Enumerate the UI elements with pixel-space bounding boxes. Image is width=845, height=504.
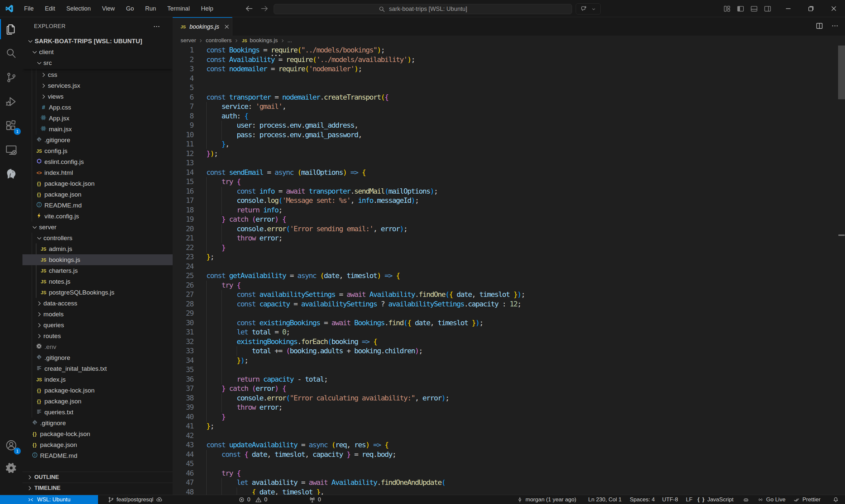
code-line-18[interactable]: 18 return info; xyxy=(173,205,845,215)
status-language[interactable]: { }JavaScript xyxy=(698,495,734,504)
sidebar-section-timeline[interactable]: TIMELINE xyxy=(22,483,173,493)
command-center-search[interactable]: sark-boat-trips [WSL: Ubuntu] xyxy=(274,4,572,14)
restore-button[interactable] xyxy=(799,0,822,17)
tree-item-app.css[interactable]: #App.css xyxy=(22,102,173,113)
tree-item-index.js[interactable]: JSindex.js xyxy=(22,374,173,385)
menu-view[interactable]: View xyxy=(96,0,121,17)
tree-item-client[interactable]: client xyxy=(22,47,173,57)
code-line-43[interactable]: 43const updateAvailability = async (req,… xyxy=(173,440,845,450)
code-line-37[interactable]: 37 } catch (error) { xyxy=(173,384,845,394)
status-problems[interactable]: 00 xyxy=(238,495,267,504)
code-line-42[interactable]: 42 xyxy=(173,431,845,441)
tree-item-services.jsx[interactable]: services.jsx xyxy=(22,80,173,91)
code-line-38[interactable]: 38 console.error("Error calculating avai… xyxy=(173,394,845,403)
code-line-25[interactable]: 25const getAvailability = async (date, t… xyxy=(173,271,845,281)
tree-item-package-lock.json[interactable]: {}package-lock.json xyxy=(22,385,173,396)
close-button[interactable] xyxy=(822,0,845,17)
code-line-29[interactable]: 29 xyxy=(173,309,845,318)
tree-item-data-access[interactable]: data-access xyxy=(22,298,173,309)
activity-bar-postgresql[interactable] xyxy=(0,162,22,186)
status-ports[interactable]: 0 xyxy=(309,495,321,504)
code-line-8[interactable]: 8 auth: { xyxy=(173,111,845,121)
code-line-16[interactable]: 16 const info = await transporter.sendMa… xyxy=(173,187,845,196)
code-line-35[interactable]: 35 xyxy=(173,365,845,375)
tree-item-src[interactable]: src xyxy=(22,57,173,68)
code-line-30[interactable]: 30 const existingBookings = await Bookin… xyxy=(173,318,845,328)
code-line-44[interactable]: 44 const { date, timeslot, capacity } = … xyxy=(173,450,845,460)
code-line-24[interactable]: 24 xyxy=(173,262,845,271)
tree-item-views[interactable]: views xyxy=(22,91,173,102)
tree-item-package.json[interactable]: {}package.json xyxy=(22,396,173,407)
toggle-secondary-sidebar-icon[interactable] xyxy=(763,5,772,13)
code-line-40[interactable]: 40 } xyxy=(173,412,845,422)
activity-bar-source-control[interactable] xyxy=(0,65,22,89)
status-encoding[interactable]: UTF-8 xyxy=(662,495,678,504)
breadcrumb-item[interactable]: bookings.js xyxy=(250,37,278,44)
activity-bar-search[interactable] xyxy=(0,41,22,65)
breadcrumb-item[interactable]: controllers xyxy=(206,37,231,44)
activity-bar-run-debug[interactable] xyxy=(0,89,22,113)
tree-item-admin.js[interactable]: JSadmin.js xyxy=(22,244,173,254)
editor-more-actions-icon[interactable] xyxy=(831,22,839,31)
menu-edit[interactable]: Edit xyxy=(39,0,61,17)
code-line-5[interactable]: 5 xyxy=(173,83,845,93)
code-line-32[interactable]: 32 existingBookings.forEach(booking => { xyxy=(173,337,845,347)
code-line-26[interactable]: 26 try { xyxy=(173,281,845,290)
code-line-15[interactable]: 15 try { xyxy=(173,177,845,187)
menu-selection[interactable]: Selection xyxy=(61,0,96,17)
tree-item-css[interactable]: css xyxy=(22,69,173,80)
tree-item-package-lock.json[interactable]: {}package-lock.json xyxy=(22,429,173,439)
code-editor[interactable]: 1const Bookings = require("../models/boo… xyxy=(173,46,845,495)
activity-bar-settings[interactable] xyxy=(0,456,22,480)
menu-help[interactable]: Help xyxy=(195,0,219,17)
editor-scrollbar[interactable] xyxy=(838,46,845,99)
tree-item-package.json[interactable]: {}package.json xyxy=(22,439,173,450)
status-go-live[interactable]: Go Live xyxy=(757,495,786,504)
tree-item-index.html[interactable]: <>index.html xyxy=(22,167,173,178)
code-line-34[interactable]: 34 }); xyxy=(173,356,845,365)
code-line-46[interactable]: 46 try { xyxy=(173,469,845,478)
code-line-20[interactable]: 20 console.error('Error sending email:',… xyxy=(173,224,845,234)
tree-item-sark-boat-trips-wsl-ubuntu-[interactable]: SARK-BOAT-TRIPS [WSL: UBUNTU] xyxy=(22,36,173,47)
code-line-41[interactable]: 41}; xyxy=(173,421,845,431)
tree-item-queries.txt[interactable]: queries.txt xyxy=(22,407,173,418)
status-remote[interactable]: WSL: Ubuntu xyxy=(0,495,98,504)
code-line-27[interactable]: 27 const availabilitySettings = await Av… xyxy=(173,290,845,300)
forward-arrow-icon[interactable] xyxy=(260,4,269,14)
customize-layout-icon[interactable] xyxy=(723,5,731,13)
tree-item-.gitignore[interactable]: .gitignore xyxy=(22,352,173,363)
tree-item-app.jsx[interactable]: App.jsx xyxy=(22,113,173,124)
menu-go[interactable]: Go xyxy=(121,0,140,17)
status-cursor-position[interactable]: Ln 230, Col 1 xyxy=(588,495,621,504)
status-blame[interactable]: morgan (1 year ago) xyxy=(516,495,576,504)
status-eol[interactable]: LF xyxy=(686,495,692,504)
tree-item-postgresqlbookings.js[interactable]: JSpostgreSQLBookings.js xyxy=(22,287,173,298)
code-line-14[interactable]: 14const sendEmail = async (mailOptions) … xyxy=(173,168,845,178)
tree-item-package-lock.json[interactable]: {}package-lock.json xyxy=(22,178,173,189)
toggle-panel-icon[interactable] xyxy=(750,5,758,13)
code-line-17[interactable]: 17 console.log('Message sent: %s', info.… xyxy=(173,196,845,205)
activity-bar-remote-explorer[interactable] xyxy=(0,138,22,162)
code-line-39[interactable]: 39 throw error; xyxy=(173,403,845,412)
copilot-menu-button[interactable] xyxy=(576,3,601,15)
status-notifications[interactable] xyxy=(832,495,839,504)
code-line-10[interactable]: 10 pass: process.env.gmail_password, xyxy=(173,130,845,140)
tree-item-eslint.config.js[interactable]: eslint.config.js xyxy=(22,156,173,167)
status-indentation[interactable]: Spaces: 4 xyxy=(630,495,655,504)
code-line-4[interactable]: 4 xyxy=(173,74,845,84)
code-line-23[interactable]: 23}; xyxy=(173,252,845,262)
tree-item-config.js[interactable]: JSconfig.js xyxy=(22,145,173,156)
tree-item-readme.md[interactable]: README.md xyxy=(22,200,173,211)
minimize-button[interactable] xyxy=(777,0,799,17)
tree-item-package.json[interactable]: {}package.json xyxy=(22,189,173,200)
tree-item-queries[interactable]: queries xyxy=(22,320,173,330)
code-line-7[interactable]: 7 service: 'gmail', xyxy=(173,102,845,111)
code-line-28[interactable]: 28 const capacity = availabilitySettings… xyxy=(173,300,845,309)
activity-bar-explorer[interactable] xyxy=(0,17,22,41)
menu-terminal[interactable]: Terminal xyxy=(162,0,195,17)
code-line-48[interactable]: 48 { date, timeslot }, xyxy=(173,487,845,495)
code-line-22[interactable]: 22 } xyxy=(173,243,845,253)
activity-bar-extensions[interactable]: 1 xyxy=(0,113,22,138)
breadcrumb-item[interactable]: ... xyxy=(287,37,292,44)
sidebar-section-outline[interactable]: OUTLINE xyxy=(22,472,173,483)
